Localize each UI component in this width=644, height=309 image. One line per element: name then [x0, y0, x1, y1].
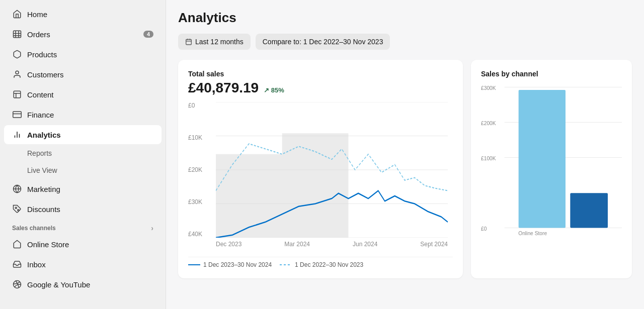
- channel-card: Sales by channel £300K £200K £100K £0: [471, 60, 632, 278]
- calendar-icon: [185, 38, 192, 45]
- sidebar-item-home[interactable]: Home: [4, 5, 162, 24]
- sidebar-item-online-store[interactable]: Online Store: [4, 235, 162, 254]
- legend-item-previous: 1 Dec 2022–30 Nov 2023: [280, 261, 363, 268]
- svg-rect-9: [13, 112, 22, 118]
- sidebar-label-live-view: Live View: [27, 166, 57, 174]
- svg-rect-28: [216, 154, 282, 238]
- sidebar-label-google-youtube: Google & YouTube: [27, 280, 90, 289]
- filter-bar: Last 12 months Compare to: 1 Dec 2022–30…: [178, 34, 632, 50]
- compare-label: Compare to: 1 Dec 2022–30 Nov 2023: [263, 38, 383, 46]
- svg-rect-39: [570, 193, 608, 228]
- chart-svg: [216, 102, 448, 238]
- sidebar-label-products: Products: [27, 50, 57, 59]
- svg-text:£0: £0: [481, 226, 487, 232]
- sidebar-label-online-store: Online Store: [27, 240, 69, 249]
- google-icon: [12, 279, 22, 289]
- analytics-icon: [12, 130, 22, 140]
- date-range-button[interactable]: Last 12 months: [178, 34, 251, 50]
- y-label-0: £40K: [188, 231, 213, 238]
- home-icon: [12, 9, 22, 19]
- marketing-icon: [12, 184, 22, 194]
- channel-card-title: Sales by channel: [481, 70, 622, 78]
- total-sales-change: ↗ 85%: [264, 86, 284, 94]
- svg-text:£300K: £300K: [481, 85, 496, 91]
- sidebar-item-reports[interactable]: Reports: [4, 145, 162, 161]
- sales-channels-header: Sales channels ›: [4, 219, 162, 234]
- svg-point-16: [15, 207, 17, 209]
- sidebar-item-products[interactable]: Products: [4, 45, 162, 64]
- legend-line-previous: [280, 264, 292, 265]
- sidebar-label-discounts: Discounts: [27, 205, 60, 214]
- sidebar-label-orders: Orders: [27, 30, 50, 39]
- legend-label-previous: 1 Dec 2022–30 Nov 2023: [295, 261, 363, 268]
- change-indicator: ↗ 85%: [264, 86, 284, 94]
- total-sales-value: £40,879.19: [188, 80, 259, 96]
- legend-item-current: 1 Dec 2023–30 Nov 2024: [188, 261, 272, 268]
- finance-icon: [12, 110, 22, 120]
- sidebar: Home Orders 4 Products Customers Content…: [0, 0, 166, 309]
- sidebar-item-orders[interactable]: Orders 4: [4, 25, 162, 44]
- chevron-right-icon: ›: [151, 224, 153, 232]
- sidebar-item-customers[interactable]: Customers: [4, 65, 162, 84]
- total-sales-card: Total sales £40,879.19 ↗ 85% £40K £30K £…: [178, 60, 463, 278]
- orders-icon: [12, 29, 22, 39]
- svg-text:Online Store: Online Store: [518, 231, 547, 236]
- date-range-label: Last 12 months: [195, 38, 244, 46]
- chart-plot: [216, 102, 448, 238]
- y-label-1: £30K: [188, 198, 213, 205]
- sidebar-item-google-youtube[interactable]: Google & YouTube: [4, 275, 162, 294]
- x-label-mar: Mar 2024: [284, 241, 310, 253]
- sidebar-label-reports: Reports: [27, 149, 52, 157]
- customers-icon: [12, 69, 22, 79]
- page-title: Analytics: [178, 10, 632, 26]
- orders-badge: 4: [143, 31, 153, 38]
- sidebar-label-home: Home: [27, 10, 47, 19]
- inbox-icon: [12, 259, 22, 269]
- sidebar-label-inbox: Inbox: [27, 260, 46, 269]
- svg-rect-0: [14, 31, 21, 38]
- sales-channels-label: Sales channels: [12, 225, 56, 232]
- legend-line-current: [188, 264, 200, 265]
- sidebar-item-inbox[interactable]: Inbox: [4, 255, 162, 274]
- sidebar-item-content[interactable]: Content: [4, 85, 162, 104]
- svg-rect-29: [282, 133, 349, 238]
- sidebar-item-live-view[interactable]: Live View: [4, 162, 162, 178]
- x-label-dec: Dec 2023: [216, 241, 242, 253]
- main-content: Analytics Last 12 months Compare to: 1 D…: [166, 0, 644, 309]
- y-label-3: £10K: [188, 134, 213, 141]
- y-label-4: £0: [188, 102, 213, 109]
- y-axis-labels: £40K £30K £20K £10K £0: [188, 102, 213, 238]
- sidebar-label-finance: Finance: [27, 111, 54, 119]
- channel-chart-svg: £300K £200K £100K £0 Online Store: [481, 80, 622, 241]
- svg-rect-38: [519, 90, 566, 228]
- channel-chart: £300K £200K £100K £0 Online Store: [481, 80, 622, 241]
- discounts-icon: [12, 204, 22, 214]
- sidebar-item-discounts[interactable]: Discounts: [4, 199, 162, 219]
- total-sales-title: Total sales: [188, 70, 453, 78]
- products-icon: [12, 49, 22, 59]
- chart-legend: 1 Dec 2023–30 Nov 2024 1 Dec 2022–30 Nov…: [188, 257, 453, 268]
- total-sales-chart: £40K £30K £20K £10K £0: [188, 102, 453, 253]
- sidebar-label-customers: Customers: [27, 70, 64, 79]
- x-axis-labels: Dec 2023 Mar 2024 Jun 2024 Sept 2024: [216, 241, 448, 253]
- x-label-sept: Sept 2024: [420, 241, 448, 253]
- svg-text:£100K: £100K: [481, 156, 496, 161]
- x-label-jun: Jun 2024: [353, 241, 377, 253]
- dashboard-grid: Total sales £40,879.19 ↗ 85% £40K £30K £…: [178, 60, 632, 278]
- sidebar-item-analytics[interactable]: Analytics: [4, 125, 162, 144]
- svg-rect-19: [186, 39, 192, 45]
- sidebar-label-content: Content: [27, 90, 54, 99]
- svg-text:£200K: £200K: [481, 121, 496, 126]
- content-icon: [12, 89, 22, 99]
- sidebar-label-marketing: Marketing: [27, 185, 60, 193]
- compare-button[interactable]: Compare to: 1 Dec 2022–30 Nov 2023: [256, 34, 390, 50]
- sidebar-item-marketing[interactable]: Marketing: [4, 179, 162, 198]
- legend-label-current: 1 Dec 2023–30 Nov 2024: [203, 261, 272, 268]
- store-icon: [12, 239, 22, 249]
- svg-point-5: [16, 71, 19, 74]
- y-label-2: £20K: [188, 166, 213, 173]
- svg-rect-6: [14, 91, 21, 98]
- sidebar-label-analytics: Analytics: [27, 131, 61, 139]
- sidebar-item-finance[interactable]: Finance: [4, 105, 162, 124]
